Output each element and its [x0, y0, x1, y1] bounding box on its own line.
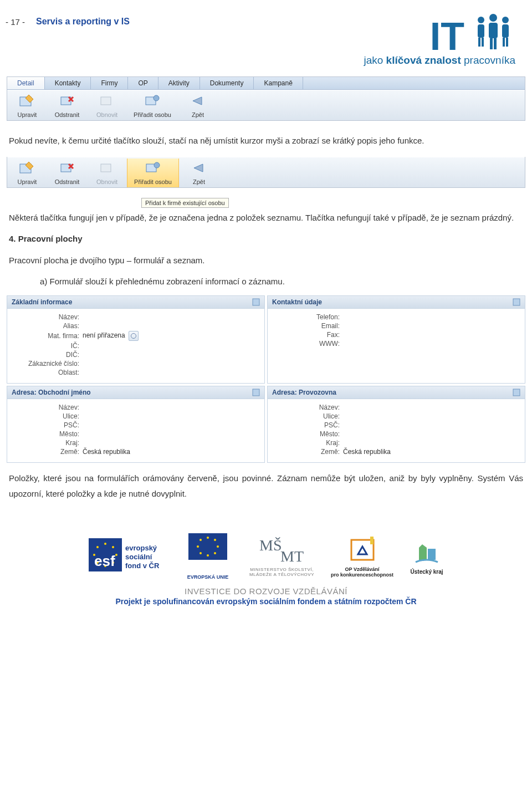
- svg-text:MŠ: MŠ: [259, 537, 282, 554]
- logo-it-text: IT: [430, 19, 464, 54]
- tab-detail[interactable]: Detail: [7, 77, 45, 89]
- svg-point-43: [214, 552, 216, 554]
- logo-tagline: jako klíčová znalost pracovníka: [364, 54, 515, 67]
- assign-person-icon: [145, 161, 161, 175]
- footer-logos: esf evropský sociální fond v ČR EVROPSKÁ…: [0, 533, 532, 580]
- panel-title: Adresa: Provozovna: [272, 389, 336, 396]
- app-toolbar-screenshot-2: Upravit Odstranit Obnovit Přiřadit osobu…: [7, 157, 525, 188]
- field-label: PSČ:: [273, 421, 343, 429]
- obnovit-button: Obnovit: [87, 91, 127, 120]
- panel-expand-icon[interactable]: [513, 298, 520, 306]
- back-arrow-icon: [190, 94, 206, 108]
- field-label: Název:: [273, 404, 343, 411]
- priradit-osobu-button[interactable]: Přiřadit osobu: [127, 159, 179, 187]
- tab-kontakty[interactable]: Kontakty: [45, 77, 91, 89]
- field-label: Ulice:: [273, 412, 343, 420]
- svg-text:esf: esf: [94, 553, 115, 569]
- esf-logo: esf evropský sociální fond v ČR: [89, 538, 166, 575]
- section-4-item-a: a) Formulář slouží k přehlednému zobraze…: [0, 272, 532, 293]
- panel-title: Kontaktní údaje: [272, 298, 322, 306]
- svg-point-34: [96, 546, 99, 548]
- svg-text:fond v ČR: fond v ČR: [125, 562, 160, 570]
- panel-title: Adresa: Obchodní jméno: [12, 389, 91, 396]
- upravit-button[interactable]: Upravit: [7, 159, 47, 187]
- panel-adresa-provozovna: Adresa: Provozovna Název: Ulice: PSČ: Mě…: [267, 386, 525, 463]
- svg-rect-52: [428, 549, 436, 560]
- tab-strip: Detail Kontakty Firmy OP Aktivity Dokume…: [7, 77, 525, 90]
- svg-rect-23: [513, 299, 520, 305]
- panel-adresa-obchodni-jmeno: Adresa: Obchodní jméno Název: Ulice: PSČ…: [7, 386, 265, 463]
- svg-text:MT: MT: [280, 548, 304, 565]
- svg-point-47: [200, 539, 202, 541]
- svg-point-0: [478, 17, 484, 23]
- field-label: WWW:: [273, 340, 343, 348]
- svg-point-21: [154, 162, 160, 168]
- svg-rect-19: [101, 164, 111, 172]
- field-label: Kraj:: [13, 439, 83, 447]
- svg-rect-1: [478, 24, 484, 38]
- field-value: Česká republika: [343, 448, 519, 456]
- tab-firmy[interactable]: Firmy: [91, 77, 128, 89]
- svg-point-4: [489, 14, 497, 22]
- section-4-title: 4. Pracovní plochy: [0, 229, 532, 251]
- svg-point-45: [200, 552, 202, 554]
- panel-title: Základní informace: [12, 298, 72, 306]
- field-label: PSČ:: [13, 421, 83, 429]
- field-label: Fax:: [273, 331, 343, 339]
- panel-expand-icon[interactable]: [513, 389, 520, 396]
- edit-icon: [19, 94, 35, 108]
- field-label: Kraj:: [273, 439, 343, 447]
- delete-icon: [59, 161, 75, 175]
- svg-rect-14: [101, 97, 111, 105]
- zpet-button[interactable]: Zpět: [179, 159, 219, 187]
- svg-rect-11: [506, 38, 508, 47]
- svg-text:evropský: evropský: [125, 544, 157, 552]
- svg-point-42: [217, 545, 219, 548]
- svg-point-8: [502, 17, 509, 23]
- restore-icon: [99, 94, 115, 108]
- paragraph-3: Položky, které jsou na formulářích orámo…: [0, 468, 532, 506]
- svg-text:sociální: sociální: [125, 553, 152, 561]
- eu-logo: EVROPSKÁ UNIE: [183, 533, 233, 580]
- back-arrow-icon: [191, 161, 207, 175]
- panel-zakladni-informace: Základní informace Název: Alias: Mat. fi…: [7, 295, 265, 384]
- delete-icon: [59, 94, 75, 108]
- svg-rect-10: [503, 38, 505, 47]
- odstranit-button[interactable]: Odstranit: [47, 91, 87, 120]
- svg-point-40: [207, 537, 209, 539]
- lookup-icon[interactable]: [129, 331, 139, 341]
- assign-person-icon: [144, 94, 161, 108]
- field-label: Název:: [13, 404, 83, 411]
- paragraph-2: Některá tlačítka fungují jen v případě, …: [0, 208, 532, 229]
- upravit-button[interactable]: Upravit: [7, 91, 47, 120]
- priradit-osobu-button[interactable]: Přiřadit osobu: [127, 91, 178, 120]
- panel-expand-icon[interactable]: [252, 298, 260, 306]
- people-icon: [471, 11, 515, 54]
- zpet-button[interactable]: Zpět: [178, 91, 218, 120]
- field-label: Mat. firma:: [13, 332, 83, 340]
- svg-point-41: [214, 539, 216, 541]
- field-label: Telefon:: [273, 313, 343, 321]
- svg-rect-5: [489, 23, 498, 38]
- tab-aktivity[interactable]: Aktivity: [158, 77, 200, 89]
- odstranit-button[interactable]: Odstranit: [47, 159, 87, 187]
- panel-expand-icon[interactable]: [252, 389, 260, 396]
- field-label: Město:: [13, 430, 83, 438]
- page-number: - 17 -: [6, 17, 25, 27]
- section-4-p1: Pracovní plocha je dvojího typu – formul…: [0, 251, 532, 272]
- paragraph-1: Pokud nevíte, k čemu určité tlačítko slo…: [0, 131, 532, 152]
- tab-dokumenty[interactable]: Dokumenty: [200, 77, 254, 89]
- panel-kontaktni-udaje: Kontaktní údaje Telefon: Email: Fax: WWW…: [267, 295, 525, 384]
- field-label: Alias:: [13, 322, 83, 330]
- tooltip-priradit-osobu: Přidat k firmě existující osobu: [141, 198, 229, 208]
- field-label: Město:: [273, 430, 343, 438]
- tab-kampane[interactable]: Kampaně: [254, 77, 303, 89]
- obnovit-button: Obnovit: [87, 159, 127, 187]
- tab-op[interactable]: OP: [128, 77, 158, 89]
- svg-point-46: [197, 545, 199, 548]
- svg-rect-9: [502, 24, 509, 38]
- svg-point-29: [115, 554, 117, 556]
- field-label: Zákaznické číslo:: [13, 360, 83, 368]
- svg-rect-7: [494, 38, 497, 49]
- field-label: Ulice:: [13, 412, 83, 420]
